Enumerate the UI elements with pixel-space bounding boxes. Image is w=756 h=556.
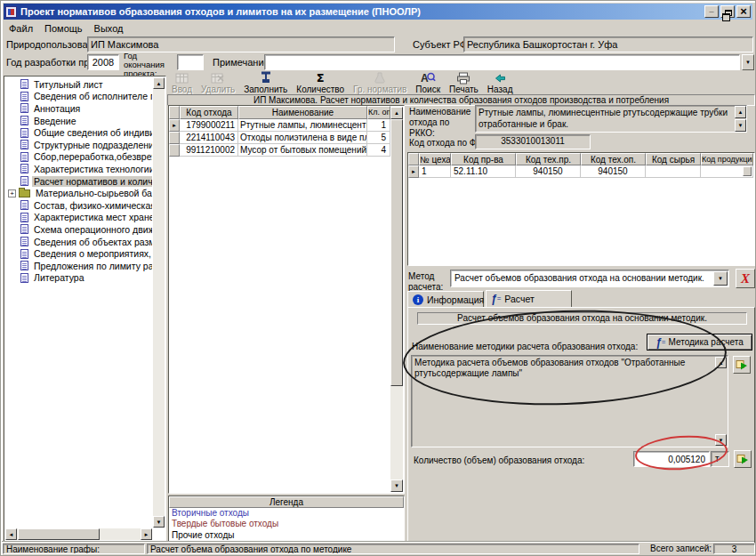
tree-item[interactable]: Схема операционного движения отходо [5, 223, 152, 236]
row-marker-icon [169, 119, 180, 132]
toolbar-delete-button[interactable]: Удалить [197, 71, 239, 94]
menu-file[interactable]: Файл [4, 22, 39, 35]
tree-scroll-up-button[interactable] [153, 77, 165, 89]
list-scroll-up-button[interactable] [390, 107, 403, 119]
waste-row[interactable]: 9911210002 Мусор от бытовых помещений ор… [169, 144, 404, 157]
close-button[interactable] [736, 5, 751, 18]
legend-item-secondary: Вторичные отходы [169, 508, 404, 519]
legend: Легенда Вторичные отходы Твердые бытовые… [168, 496, 405, 542]
list-scroll-down-button[interactable] [390, 479, 403, 492]
fx-icon [655, 336, 665, 349]
waste-row-selected[interactable]: 1799000211 Ртутные лампы, люминесцентные… [169, 119, 404, 132]
subject-label: Субъект РФ [413, 39, 467, 50]
toolbar-fill-button[interactable]: Заполнить [239, 71, 292, 94]
name-scroll-down-button[interactable] [735, 119, 746, 132]
table-new-icon [175, 71, 189, 85]
tree-item[interactable]: Титульный лист [5, 78, 152, 91]
methodology-button[interactable]: Методика расчета [647, 334, 752, 351]
tree-scroll-left-button[interactable] [5, 528, 17, 540]
tech-row[interactable]: 1 52.11.10 940150 940150 [408, 165, 754, 178]
printer-icon [456, 71, 470, 85]
back-arrow-icon [493, 71, 507, 85]
tree-scroll-right-button[interactable] [141, 528, 152, 540]
tech-table: № цеха Код пр-ва Код тех.пр. Код тех.оп.… [407, 152, 755, 266]
tab-calculation[interactable]: Расчет [486, 290, 572, 308]
list-scroll-thumb[interactable] [390, 119, 403, 386]
tree-item[interactable]: Характеристика технологии производст [5, 163, 152, 175]
status-left-value: Расчет объема образования отхода по мето… [147, 544, 639, 554]
document-icon [20, 152, 28, 162]
app-window: Проект нормативов образования отходов и … [0, 0, 756, 556]
document-icon [20, 200, 28, 210]
tree-item[interactable]: Структурные подразделения и производ [5, 139, 152, 151]
tab-information[interactable]: Информация [407, 291, 484, 308]
menu-help[interactable]: Помощь [39, 22, 89, 35]
waste-row[interactable]: 2214110043 Отходы полиэтилена в виде пле… [169, 132, 404, 144]
recalculate-button[interactable] [734, 450, 752, 468]
tree-item[interactable]: Сведения об исполнителе проекта [5, 91, 152, 103]
methodology-scroll-up-button[interactable] [715, 357, 727, 368]
table-delete-icon [211, 71, 225, 85]
toolbar-back-button[interactable]: Назад [483, 71, 518, 94]
restore-button[interactable] [720, 5, 735, 18]
app-icon [5, 6, 17, 18]
status-right-label: Всего записей: [647, 544, 712, 554]
document-icon [20, 128, 28, 138]
toolbar-print-button[interactable]: Печать [445, 71, 483, 94]
minimize-button[interactable] [704, 5, 719, 18]
quantity-input[interactable] [633, 451, 710, 467]
document-icon [20, 103, 28, 113]
methodology-scroll-down-button[interactable] [715, 434, 727, 446]
document-icon [20, 213, 28, 222]
toolbar-input-button[interactable]: Ввод [167, 71, 197, 94]
tree-item-selected[interactable]: Расчет нормативов и количества образ [5, 175, 152, 188]
tree-scroll-track[interactable] [153, 89, 165, 516]
waste-code-field: 3533010013011 [475, 134, 591, 149]
list-scroll-track[interactable] [390, 386, 403, 479]
open-methodology-button[interactable] [733, 356, 751, 374]
tree-item[interactable]: Общие сведения об индивидуальном пр [5, 126, 152, 139]
legend-title: Легенда [169, 496, 404, 508]
tree-item[interactable]: Предложения по лимиту размещения от [5, 260, 152, 272]
toolbar-search-button[interactable]: А Поиск [411, 71, 445, 94]
legend-item-household: Твердые бытовые отходы [169, 519, 404, 529]
methodology-text-field[interactable]: Методика расчета объемов образования отх… [411, 355, 728, 447]
note-input[interactable] [264, 54, 740, 70]
document-icon [20, 116, 28, 125]
svg-text:А: А [421, 72, 429, 85]
menu-exit[interactable]: Выход [89, 22, 130, 35]
tree-hscroll-thumb[interactable] [18, 528, 100, 540]
expand-icon[interactable] [8, 189, 16, 197]
year-dev-input[interactable] [87, 54, 119, 70]
year-end-input[interactable] [177, 54, 204, 70]
note-label: Примечание: [213, 57, 272, 68]
document-icon [20, 140, 28, 149]
waste-name-field[interactable]: Ртутные лампы, люминесцентные ртутьсодер… [475, 105, 747, 133]
subject-field[interactable]: Республика Башкортостан г. Уфа [463, 36, 753, 52]
method-dropdown[interactable]: Расчет объемов образования отхода на осн… [450, 270, 729, 287]
tree-item[interactable]: Состав, физико-химическая характерис [5, 199, 152, 212]
tree-item[interactable]: Характеристика мест хранения (накопл [5, 212, 152, 224]
restore-icon [725, 10, 732, 16]
waste-name-label: Наименование отхода по РККО: [409, 107, 475, 139]
tree-item[interactable]: Литература [5, 272, 152, 285]
tree-scroll-down-button[interactable] [153, 516, 165, 528]
tree-item[interactable]: Материально-сырьевой баланс [5, 187, 152, 199]
row-edit-icon[interactable] [743, 166, 752, 176]
tree-item[interactable]: Сведения об объектах размещения отх [5, 236, 152, 248]
tree-item[interactable]: Сбор,переработка,обезвреживание,зах [5, 151, 152, 164]
toolbar-quantity-button[interactable]: Σ Количество [292, 71, 349, 94]
window-title: Проект нормативов образования отходов и … [20, 6, 703, 17]
tree-item[interactable]: Сведения о мероприятиях, направленн [5, 247, 152, 260]
method-dropdown-button[interactable] [713, 271, 728, 286]
status-bar: Наименование графы: Расчет объема образо… [2, 541, 754, 554]
tree-item[interactable]: Аннотация [5, 102, 152, 115]
clear-method-button[interactable] [736, 269, 755, 288]
col-header-class: Кл. оп. [367, 106, 390, 119]
toolbar-norm-button[interactable]: Гр. норматив [349, 71, 411, 94]
sigma-icon: Σ [317, 71, 325, 85]
note-dropdown-button[interactable] [742, 54, 754, 70]
tree-item[interactable]: Введение [5, 115, 152, 127]
col-header-name: Наименование [238, 106, 367, 119]
name-scroll-up-button[interactable] [735, 106, 746, 118]
